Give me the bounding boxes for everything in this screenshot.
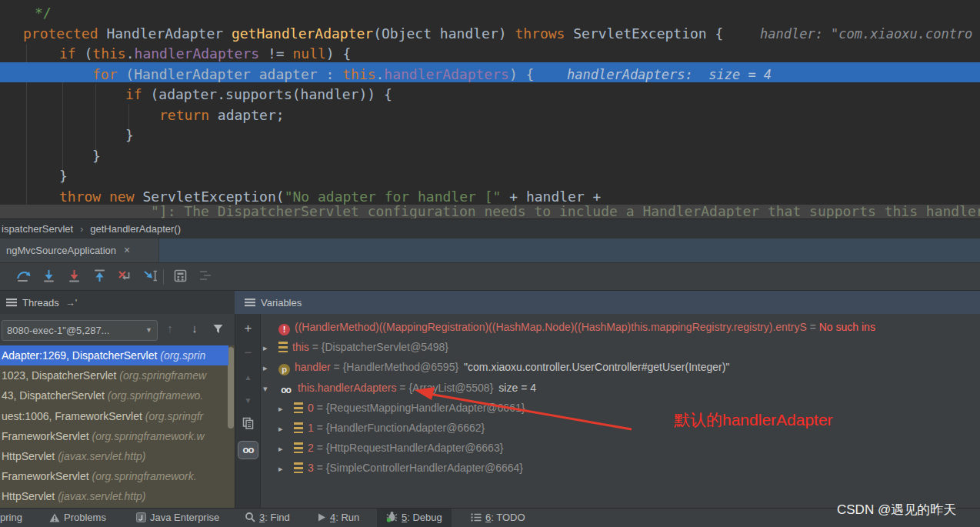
step-out-button[interactable] <box>90 269 108 285</box>
java-ee-icon <box>136 510 146 527</box>
param-icon: p <box>278 364 290 375</box>
code-line: */ <box>35 3 52 23</box>
run-to-cursor-button[interactable] <box>141 269 159 285</box>
filter-frames-button[interactable] <box>209 323 226 340</box>
statusbar-java-enterprise[interactable]: Java Enterprise <box>136 509 219 527</box>
statusbar-label: 6: TODO <box>485 512 525 523</box>
variable-name: ((HandlerMethod)((MappingRegistration)((… <box>295 321 807 333</box>
error-icon: ! <box>278 324 290 335</box>
frame-row[interactable]: 43, DispatcherServlet (org.springframewo… <box>0 385 228 405</box>
frame-location: HttpServlet <box>2 490 58 502</box>
threads-header[interactable]: Threads→' <box>0 290 235 314</box>
chevron-right-icon: › <box>80 224 83 235</box>
frame-location: uest:1006, FrameworkServlet <box>2 410 145 422</box>
frame-package: (javax.servlet.http) <box>58 490 145 502</box>
frame-row[interactable]: FrameworkServlet (org.springframework. <box>0 466 228 486</box>
field-icon <box>294 422 303 433</box>
expander-right-icon[interactable]: ▸ <box>263 358 278 378</box>
frame-row[interactable]: HttpServlet (javax.servlet.http) <box>0 446 228 466</box>
frame-package: (javax.servlet.http) <box>58 450 145 462</box>
variable-value: {HttpRequestHandlerAdapter@6663} <box>326 442 504 454</box>
variable-name: this.handlerAdapters <box>298 382 396 394</box>
variable-value: {DispatcherServlet@5498} <box>322 341 448 353</box>
variable-row[interactable]: ▸this = {DispatcherServlet@5498} <box>263 337 448 357</box>
evaluate-expression-button[interactable] <box>171 269 189 285</box>
add-watch-button[interactable]: + <box>238 320 258 339</box>
code-line: } <box>59 166 68 186</box>
frame-down-button[interactable]: ↓ <box>186 322 203 339</box>
step-into-button[interactable] <box>39 269 58 285</box>
move-watch-down-button[interactable]: ▼ <box>238 392 258 411</box>
tab-debug-session[interactable]: ngMvcSourceApplication× <box>0 238 159 262</box>
thread-selector-dropdown[interactable]: 8080-exec-1"@5,287... ▼ <box>2 320 158 341</box>
frames-scrollbar[interactable] <box>228 347 234 429</box>
statusbar-find[interactable]: 3: Find <box>245 509 290 527</box>
statusbar-problems[interactable]: Problems <box>49 509 106 527</box>
statusbar-debug[interactable]: 5: Debug <box>377 509 452 527</box>
field-icon <box>278 342 288 352</box>
step-over-button[interactable] <box>14 269 32 285</box>
debugger-tab-strip: ngMvcSourceApplication× <box>0 238 980 262</box>
close-icon[interactable]: × <box>124 244 130 256</box>
variable-row[interactable]: ▸1 = {HandlerFunctionAdapter@6662} <box>278 418 485 438</box>
expander-right-icon[interactable]: ▸ <box>278 459 294 479</box>
copy-watch-button[interactable] <box>238 417 258 435</box>
toolbar-separator <box>163 269 164 285</box>
watch-row-error[interactable]: !((HandlerMethod)((MappingRegistration)(… <box>263 317 875 337</box>
debug-stepping-toolbar <box>0 262 980 290</box>
statusbar-label: 4: Run <box>330 512 359 523</box>
frame-row[interactable]: HttpServlet (javax.servlet.http) <box>0 486 228 506</box>
step-over-icon <box>16 269 31 282</box>
force-step-into-icon <box>68 269 81 282</box>
field-icon <box>294 462 303 473</box>
frame-location: 1023, DispatcherServlet <box>2 369 119 382</box>
move-watch-up-button[interactable]: ▲ <box>238 369 258 388</box>
variable-value: No such ins <box>819 321 875 333</box>
warning-icon <box>49 510 60 527</box>
remove-watch-button[interactable]: − <box>238 345 258 363</box>
frame-row[interactable]: FrameworkServlet (org.springframework.w <box>0 426 228 446</box>
code-editor[interactable]: */protected HandlerAdapter getHandlerAda… <box>0 0 980 218</box>
statusbar-label: Java Enterprise <box>150 512 219 523</box>
field-icon <box>294 402 303 413</box>
variable-row[interactable]: ▾oothis.handlerAdapters = {ArrayList@550… <box>263 378 536 398</box>
copy-icon <box>242 417 254 429</box>
expander-right-icon[interactable]: ▸ <box>278 399 294 419</box>
trace-disabled-button[interactable] <box>196 269 215 285</box>
variable-row[interactable]: ▸0 = {RequestMappingHandlerAdapter@6661} <box>278 398 525 418</box>
annotation-text: 默认的handlerAdapter <box>674 409 833 431</box>
frame-row[interactable]: Adapter:1269, DispatcherServlet (org.spr… <box>0 345 228 365</box>
variable-row[interactable]: ▸2 = {HttpRequestHandlerAdapter@6663} <box>278 438 503 458</box>
expander-right-icon[interactable]: ▸ <box>278 439 294 459</box>
force-step-into-button[interactable] <box>65 269 83 285</box>
frame-row[interactable]: uest:1006, FrameworkServlet (org.springf… <box>0 406 228 426</box>
variable-value: {SimpleControllerHandlerAdapter@6664} <box>326 462 523 474</box>
show-watches-toggle[interactable]: oo <box>238 441 258 459</box>
frames-list[interactable]: Adapter:1269, DispatcherServlet (org.spr… <box>0 345 235 508</box>
variable-name: handler <box>295 361 331 373</box>
variable-row[interactable]: ▸3 = {SimpleControllerHandlerAdapter@666… <box>278 458 523 478</box>
reset-frame-button[interactable] <box>115 269 133 285</box>
expander-down-icon[interactable]: ▾ <box>263 379 278 399</box>
variable-name: 3 <box>308 462 314 474</box>
statusbar-todo[interactable]: 6: TODO <box>471 509 525 527</box>
frame-row[interactable]: 1023, DispatcherServlet (org.springframe… <box>0 365 228 385</box>
statusbar-run[interactable]: 4: Run <box>317 509 359 527</box>
expander-right-icon[interactable]: ▸ <box>263 338 278 358</box>
run-to-cursor-icon <box>143 269 158 282</box>
statusbar-pring[interactable]: pring <box>0 509 22 527</box>
breadcrumb-class[interactable]: ispatcherServlet <box>2 223 73 235</box>
variable-value: {RequestMappingHandlerAdapter@6661} <box>326 402 525 414</box>
breadcrumb-method[interactable]: getHandlerAdapter() <box>90 223 181 235</box>
thread-selector-value: 8080-exec-1"@5,287... <box>7 325 109 336</box>
variables-header[interactable]: Variables <box>235 290 980 314</box>
variable-row[interactable]: ▸phandler = {HandlerMethod@6595}"com.xia… <box>263 357 729 377</box>
frame-up-button[interactable]: ↑ <box>162 322 178 339</box>
variable-extra: size = 4 <box>498 382 536 394</box>
variable-name: 1 <box>308 422 314 434</box>
code-line: if (this.handlerAdapters != null) { <box>59 44 351 64</box>
expander-right-icon[interactable]: ▸ <box>278 419 294 439</box>
watches-toolbar: + − ▲ ▼ oo <box>235 314 261 508</box>
code-line: if (adapter.supports(handler)) { <box>125 85 392 105</box>
frame-location: HttpServlet <box>2 450 58 462</box>
